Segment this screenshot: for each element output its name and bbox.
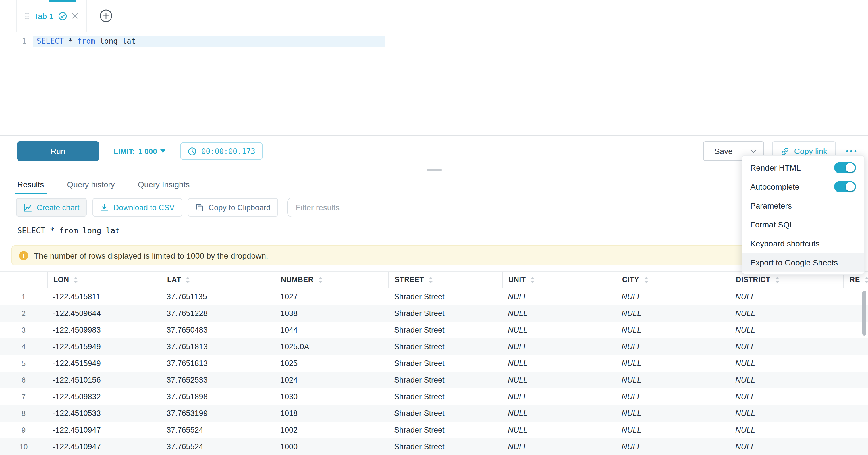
table-cell: 1024 (275, 376, 388, 384)
table-cell: NULL (730, 409, 843, 418)
link-icon (781, 147, 789, 155)
query-toolbar: Run LIMIT: 1 000 00:00:00.173 Save (0, 135, 868, 166)
column-header-street[interactable]: STREET (388, 272, 502, 288)
table-cell: 37.7650483 (161, 326, 275, 334)
sql-editor[interactable]: 1 SELECT * from long_lat (0, 36, 868, 135)
menu-item-format-sql[interactable]: Format SQL (742, 215, 864, 234)
column-header-lon[interactable]: LON (47, 272, 161, 288)
editor-tab-bar: Tab 1 (0, 0, 868, 32)
table-cell: NULL (730, 359, 843, 368)
panel-resize-handle[interactable] (427, 169, 441, 171)
tab-results[interactable]: Results (17, 180, 44, 194)
column-header-number[interactable]: NUMBER (275, 272, 388, 288)
table-cell: NULL (730, 309, 843, 318)
table-cell: Shrader Street (388, 426, 502, 434)
menu-item-autocomplete[interactable]: Autocomplete (742, 177, 864, 196)
download-csv-button[interactable]: Download to CSV (93, 198, 182, 217)
results-table-body: 1-122.451581137.76511351027Shrader Stree… (0, 289, 868, 455)
executed-query-text: SELECT * from long_lat (17, 226, 120, 235)
table-cell: NULL (502, 426, 616, 434)
run-button[interactable]: Run (17, 141, 99, 161)
table-cell: Shrader Street (388, 342, 502, 351)
close-tab-icon[interactable] (72, 13, 79, 19)
menu-item-label: Render HTML (750, 163, 801, 172)
save-button[interactable]: Save (704, 141, 744, 161)
sort-icon (74, 276, 79, 283)
column-label: DISTRICT (736, 276, 770, 284)
menu-item-render-html[interactable]: Render HTML (742, 158, 864, 177)
row-number: 1 (0, 293, 47, 301)
row-number: 9 (0, 426, 47, 434)
table-cell: Shrader Street (388, 309, 502, 318)
download-csv-label: Download to CSV (114, 203, 175, 212)
row-number: 8 (0, 409, 47, 418)
table-cell: NULL (502, 359, 616, 368)
table-cell: NULL (616, 426, 730, 434)
results-table: 1-122.451581137.76511351027Shrader Stree… (0, 289, 868, 455)
column-header-lat[interactable]: LAT (161, 272, 275, 288)
ellipsis-icon (846, 150, 857, 152)
results-action-bar: Create chart Download to CSV Copy to Cli… (0, 194, 868, 221)
table-cell: -122.4509644 (47, 309, 161, 318)
column-label: NUMBER (281, 276, 313, 284)
limit-label: LIMIT: (114, 147, 135, 155)
sort-icon (865, 276, 868, 283)
copy-to-clipboard-button[interactable]: Copy to Clipboard (188, 198, 278, 217)
table-row: 5-122.451594937.76518131025Shrader Stree… (0, 355, 868, 372)
table-cell: NULL (502, 376, 616, 384)
autocomplete-toggle[interactable] (834, 181, 856, 192)
tab-1[interactable]: Tab 1 (16, 0, 87, 32)
limit-value: 1 000 (138, 147, 157, 155)
table-cell: 1038 (275, 309, 388, 318)
render-html-toggle[interactable] (834, 162, 856, 173)
table-cell: NULL (616, 359, 730, 368)
table-cell: NULL (616, 309, 730, 318)
row-limit-warning: ! The number of rows displayed is limite… (11, 245, 857, 266)
copy-to-clipboard-label: Copy to Clipboard (209, 203, 271, 212)
table-cell: 1025.0A (275, 342, 388, 351)
table-cell: 37.7651813 (161, 342, 275, 351)
menu-item-parameters[interactable]: Parameters (742, 196, 864, 215)
code-token: * (64, 37, 77, 46)
executed-query-preview: SELECT * from long_lat (0, 221, 868, 240)
row-number: 7 (0, 392, 47, 401)
tab-label: Tab 1 (34, 11, 54, 21)
table-cell: NULL (730, 442, 843, 451)
results-table-header: LONLATNUMBERSTREETUNITCITYDISTRICTRE (0, 271, 868, 289)
copy-link-label: Copy link (794, 147, 827, 156)
row-number: 5 (0, 359, 47, 368)
table-cell: NULL (616, 293, 730, 301)
table-scrollbar[interactable] (862, 291, 866, 335)
table-row: 9-122.451094737.7655241002Shrader Street… (0, 422, 868, 438)
table-cell: 37.765524 (161, 426, 275, 434)
limit-dropdown[interactable]: LIMIT: 1 000 (114, 147, 166, 155)
table-cell: -122.4509832 (47, 392, 161, 401)
tab-query-insights[interactable]: Query Insights (138, 180, 190, 194)
tab-query-history[interactable]: Query history (67, 180, 115, 194)
table-cell: -122.4510947 (47, 426, 161, 434)
add-tab-button[interactable] (100, 0, 113, 32)
row-number: 6 (0, 376, 47, 384)
code-line-text: SELECT * from long_lat (33, 36, 385, 47)
menu-item-label: Export to Google Sheets (750, 257, 838, 267)
menu-item-label: Format SQL (750, 220, 794, 229)
table-cell: -122.4515949 (47, 359, 161, 368)
sort-icon (186, 276, 190, 283)
table-cell: 37.7653199 (161, 409, 275, 418)
menu-item-label: Autocomplete (750, 182, 799, 191)
table-cell: NULL (502, 342, 616, 351)
table-cell: NULL (502, 392, 616, 401)
column-header-unit[interactable]: UNIT (502, 272, 616, 288)
plus-circle-icon (100, 9, 113, 22)
menu-item-export-to-google-sheets[interactable]: Export to Google Sheets (742, 253, 864, 272)
create-chart-button[interactable]: Create chart (16, 198, 87, 217)
column-header-city[interactable]: CITY (616, 272, 730, 288)
table-cell: Shrader Street (388, 376, 502, 384)
check-circle-icon (58, 11, 67, 21)
row-number: 4 (0, 342, 47, 351)
table-cell: NULL (616, 392, 730, 401)
table-cell: 1030 (275, 392, 388, 401)
warning-text: The number of rows displayed is limited … (34, 251, 268, 260)
code-token: SELECT (37, 37, 64, 46)
menu-item-keyboard-shortcuts[interactable]: Keyboard shortcuts (742, 234, 864, 253)
